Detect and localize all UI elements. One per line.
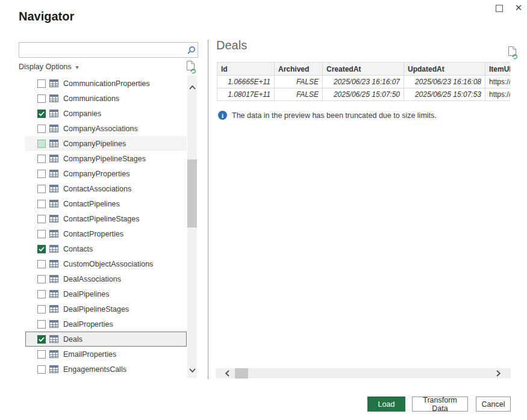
table-cell: 2025/06/25 15:07:53 [404, 88, 485, 101]
table-icon [49, 320, 58, 328]
scroll-right-icon[interactable] [491, 368, 505, 378]
tree-item-ContactPipelineStages[interactable]: ContactPipelineStages [25, 211, 187, 226]
tree-item-Contacts[interactable]: Contacts [25, 241, 187, 256]
table-icon [49, 230, 58, 238]
checkbox[interactable] [37, 94, 46, 103]
tree-item-label: Deals [63, 335, 83, 344]
checkbox[interactable] [37, 79, 46, 88]
truncation-notice-text: The data in the preview has been truncat… [232, 111, 437, 120]
checkbox[interactable] [37, 305, 46, 313]
checkbox[interactable] [37, 170, 46, 178]
tree-item-ContactProperties[interactable]: ContactProperties [25, 226, 187, 241]
scroll-down-icon[interactable] [187, 363, 197, 377]
scroll-left-icon[interactable] [220, 368, 234, 378]
checkbox[interactable] [37, 230, 46, 238]
table-icon [49, 185, 58, 193]
tree-item-CompanyPipelines[interactable]: CompanyPipelines [25, 136, 187, 151]
tree-item-CommunicationProperties[interactable]: CommunicationProperties [25, 76, 187, 91]
tree-vertical-scrollbar[interactable] [187, 76, 197, 378]
vertical-scrollbar-thumb[interactable] [187, 159, 197, 227]
tree-item-ContactAssociations[interactable]: ContactAssociations [25, 181, 187, 196]
tree-item-label: EngagementsCalls [63, 365, 126, 374]
tree-item-DealAssociations[interactable]: DealAssociations [25, 271, 187, 286]
table-icon [49, 170, 58, 178]
table-icon [49, 350, 58, 358]
checkbox[interactable] [37, 290, 46, 298]
tree-item-Deals[interactable]: Deals [25, 332, 187, 347]
table-cell: https://a [485, 76, 511, 88]
tree-item-CompanyPipelineStages[interactable]: CompanyPipelineStages [25, 151, 187, 166]
refresh-preview-icon[interactable] [507, 46, 519, 60]
tree-item-ContactPipelines[interactable]: ContactPipelines [25, 196, 187, 211]
close-icon: ✕ [515, 2, 523, 13]
preview-title: Deals [216, 39, 247, 52]
transform-data-button[interactable]: Transform Data [412, 397, 468, 412]
checkbox[interactable] [37, 215, 46, 223]
tree-item-label: ContactProperties [63, 230, 123, 238]
checkbox[interactable] [37, 155, 46, 163]
display-options-label: Display Options [19, 63, 72, 71]
preview-horizontal-scrollbar[interactable] [216, 368, 511, 378]
table-icon [49, 260, 58, 268]
tree-item-label: DealPipelines [63, 290, 109, 298]
tree-item-EngagementsCalls[interactable]: EngagementsCalls [25, 362, 187, 377]
cancel-button[interactable]: Cancel [476, 397, 511, 412]
maximize-icon [496, 5, 503, 12]
refresh-preview-icon[interactable] [186, 60, 197, 74]
table-cell: FALSE [275, 76, 323, 88]
tree-item-DealPipelines[interactable]: DealPipelines [25, 286, 187, 301]
checkbox[interactable] [37, 335, 46, 344]
maximize-button[interactable] [494, 3, 505, 14]
tree-item-label: Contacts [63, 245, 93, 253]
tree-item-CompanyProperties[interactable]: CompanyProperties [25, 166, 187, 181]
table-icon [49, 290, 58, 298]
table-row: 1.08017E+11FALSE2025/06/25 15:07:502025/… [217, 88, 511, 101]
checkbox[interactable] [37, 350, 46, 359]
checkbox[interactable] [37, 125, 46, 133]
checkbox[interactable] [37, 245, 46, 253]
search-box[interactable] [19, 42, 198, 58]
pane-divider [208, 40, 208, 379]
tree-item-label: Communications [63, 94, 119, 103]
column-header: Archived [275, 63, 323, 76]
tree-item-label: CompanyPipelines [63, 140, 126, 148]
table-icon [49, 335, 58, 343]
tree-item-label: EmailProperties [63, 350, 116, 359]
table-icon [49, 245, 58, 253]
table-icon [49, 125, 58, 132]
checkbox[interactable] [37, 275, 46, 283]
tree-item-label: Companies [63, 110, 101, 118]
tree-item-label: CommunicationProperties [63, 79, 150, 88]
tree-item-label: DealProperties [63, 320, 113, 329]
dialog-title: Navigator [19, 10, 74, 23]
tree-item-label: CompanyAssociations [63, 125, 138, 133]
search-input[interactable] [19, 43, 184, 57]
checkbox[interactable] [37, 140, 46, 148]
checkbox[interactable] [37, 260, 46, 268]
tree-item-EmailProperties[interactable]: EmailProperties [25, 347, 187, 362]
truncation-notice: i The data in the preview has been trunc… [218, 111, 437, 120]
checkbox[interactable] [37, 365, 46, 374]
table-icon [49, 94, 58, 102]
tree-item-DealPipelineStages[interactable]: DealPipelineStages [25, 301, 187, 317]
load-button[interactable]: Load [367, 397, 405, 412]
table-cell: 2025/06/25 15:07:50 [323, 88, 404, 101]
tree-item-DealProperties[interactable]: DealProperties [25, 317, 187, 332]
table-icon [49, 79, 58, 87]
scroll-up-icon[interactable] [187, 81, 197, 94]
display-options-dropdown[interactable]: Display Options ▾ [19, 61, 79, 72]
table-icon [49, 275, 58, 283]
tree-item-CompanyAssociations[interactable]: CompanyAssociations [25, 121, 187, 136]
checkbox[interactable] [37, 185, 46, 193]
horizontal-scrollbar-thumb[interactable] [235, 368, 248, 378]
close-button[interactable]: ✕ [513, 1, 525, 14]
tree-item-CustomObjectAssociations[interactable]: CustomObjectAssociations [25, 256, 187, 271]
tree-item-Companies[interactable]: Companies [25, 106, 187, 121]
tree-item-label: DealPipelineStages [63, 305, 129, 313]
column-header: Id [217, 63, 275, 76]
checkbox[interactable] [37, 110, 46, 118]
checkbox[interactable] [37, 320, 46, 329]
tree-item-Communications[interactable]: Communications [25, 91, 187, 106]
table-icon [49, 140, 58, 147]
checkbox[interactable] [37, 200, 46, 208]
